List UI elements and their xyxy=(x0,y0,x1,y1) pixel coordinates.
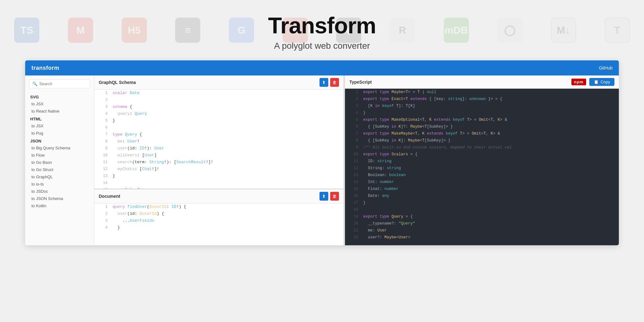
sidebar-item-html-jsx[interactable]: to JSX xyxy=(25,122,94,130)
ts-code-line: 15 Float: number xyxy=(345,186,619,192)
graphql-panel: GraphQL Schema ⬆ 🗑 1scalar Date 2 3schem… xyxy=(94,75,343,189)
npm-badge: npm xyxy=(571,79,586,85)
document-delete-btn[interactable]: 🗑 xyxy=(330,192,339,201)
app-container: transform GitHub 🔍 SVG to JSX to React N… xyxy=(25,60,619,245)
middle-column: GraphQL Schema ⬆ 🗑 1scalar Date 2 3schem… xyxy=(94,75,344,245)
ts-code-line: 17} xyxy=(345,199,619,206)
code-line: 7type Query { xyxy=(94,131,343,138)
graphql-panel-title: GraphQL Schema xyxy=(99,80,136,85)
ts-code-line: 10export type Scalars = { xyxy=(345,151,619,158)
graphql-code-area: 1scalar Date 2 3schema { 4 query: Query … xyxy=(94,90,343,189)
typescript-code-area: 1export type Maybe<T> = T | null 2export… xyxy=(345,89,619,245)
document-code-area: 1query findUser($userId: ID!) { 2 user(i… xyxy=(94,203,343,245)
document-panel: Document ⬆ 🗑 1query findUser($userId: ID… xyxy=(94,189,343,245)
sidebar-item-json-kotlin[interactable]: to Kotlin xyxy=(25,202,94,209)
code-line: 11 search(term: String!): [SearchResult!… xyxy=(94,159,343,166)
ts-code-line: 14 Int: number xyxy=(345,179,619,186)
sidebar: 🔍 SVG to JSX to React Native HTML to JSX… xyxy=(25,75,94,245)
ts-code-line: 21 me: User xyxy=(345,227,619,234)
ts-code-line: 11 ID: string xyxy=(345,158,619,165)
document-upload-btn[interactable]: ⬆ xyxy=(319,192,328,201)
sidebar-group-label-html: HTML xyxy=(25,115,94,122)
hero-section: TS M H5 ≡ G A ◈ R mDB ◯ M↓ T Transform A… xyxy=(0,0,644,60)
code-line: 1scalar Date xyxy=(94,90,343,97)
ts-code-line: 1export type Maybe<T> = T | null xyxy=(345,89,619,96)
github-link[interactable]: GitHub xyxy=(599,65,613,70)
sidebar-item-html-pug[interactable]: to Pug xyxy=(25,130,94,137)
code-line: 14 xyxy=(94,180,343,186)
code-line: 8 me: User! xyxy=(94,138,343,145)
ts-code-line: 4} xyxy=(345,109,619,116)
search-input[interactable] xyxy=(39,81,87,86)
typescript-panel-actions: npm 📋 Copy xyxy=(571,78,614,86)
sidebar-group-svg: SVG to JSX to React Native xyxy=(25,93,94,115)
code-line: 15enum Role { xyxy=(94,186,343,189)
code-line: 2 xyxy=(94,97,343,103)
typescript-panel-header: TypeScript npm 📋 Copy xyxy=(345,75,619,89)
code-line: 2 user(id: $userId) { xyxy=(94,210,343,217)
hero-subtitle: A polyglot web converter xyxy=(0,41,644,51)
sidebar-item-json-bigquery[interactable]: to Big Query Schema xyxy=(25,144,94,152)
ts-code-line: 2export type Exact<T extends { [key: str… xyxy=(345,96,619,103)
copy-button[interactable]: 📋 Copy xyxy=(589,78,614,86)
code-line: 3 ...UserFields xyxy=(94,217,343,224)
copy-label: Copy xyxy=(601,80,610,84)
typescript-panel-title: TypeScript xyxy=(349,80,372,85)
sidebar-item-json-jsdoc[interactable]: to JSDoc xyxy=(25,188,94,195)
nav-brand: transform xyxy=(31,65,59,71)
graphql-upload-btn[interactable]: ⬆ xyxy=(319,78,328,87)
code-line: 10 allUsers: [User] xyxy=(94,152,343,159)
code-line: 5} xyxy=(94,117,343,124)
document-panel-actions: ⬆ 🗑 xyxy=(319,192,339,201)
search-icon: 🔍 xyxy=(32,81,37,86)
sidebar-item-json-gostruct[interactable]: to Go Struct xyxy=(25,166,94,173)
ts-code-line: 3 [K in keyof T]: T[K] xyxy=(345,103,619,109)
ts-code-line: 18 xyxy=(345,206,619,213)
code-line: 9 user(id: ID!): User xyxy=(94,145,343,152)
code-line: 3schema { xyxy=(94,103,343,110)
sidebar-item-json-graphql[interactable]: to GraphQL xyxy=(25,173,94,180)
code-line: 12 myChats: [Chat!]! xyxy=(94,166,343,173)
ts-code-line: 7export type MakeMaybe<T, K extends keyo… xyxy=(345,130,619,137)
typescript-panel: TypeScript npm 📋 Copy 1export type Maybe… xyxy=(345,75,619,245)
sidebar-item-svg-react-native[interactable]: to React Native xyxy=(25,108,94,115)
top-nav: transform GitHub xyxy=(25,60,619,75)
ts-code-line: 13 Boolean: boolean xyxy=(345,172,619,179)
ts-code-line: 9/** All built-in and custom scalars, ma… xyxy=(345,144,619,151)
sidebar-item-json-jsonschema[interactable]: to JSON Schema xyxy=(25,195,94,202)
document-panel-title: Document xyxy=(99,194,120,199)
hero-title: Transform xyxy=(0,13,644,38)
code-line: 1query findUser($userId: ID!) { xyxy=(94,203,343,210)
ts-code-line: 12 String: string xyxy=(345,165,619,172)
sidebar-item-json-gobson[interactable]: to Go Bson xyxy=(25,159,94,166)
graphql-panel-header: GraphQL Schema ⬆ 🗑 xyxy=(94,75,343,90)
ts-code-line: 19export type Query = { xyxy=(345,213,619,220)
code-line: 4 } xyxy=(94,224,343,231)
ts-code-line: 20 __typename?: "Query" xyxy=(345,220,619,227)
search-box[interactable]: 🔍 xyxy=(29,79,90,88)
ts-code-line: 22 user?: Maybe<User> xyxy=(345,234,619,241)
code-line: 4 query: Query xyxy=(94,110,343,117)
sidebar-item-json-iots[interactable]: to io-ts xyxy=(25,180,94,188)
sidebar-group-label-svg: SVG xyxy=(25,93,94,100)
sidebar-group-json: JSON to Big Query Schema to Flow to Go B… xyxy=(25,137,94,209)
graphql-panel-actions: ⬆ 🗑 xyxy=(319,78,339,87)
sidebar-group-label-json: JSON xyxy=(25,137,94,144)
main-layout: 🔍 SVG to JSX to React Native HTML to JSX… xyxy=(25,75,619,245)
code-line: 13} xyxy=(94,173,343,180)
ts-code-line: 16 Date: any xyxy=(345,192,619,199)
ts-code-line: 8 { [SubKey in K]: Maybe<T[SubKey]> } xyxy=(345,137,619,144)
graphql-delete-btn[interactable]: 🗑 xyxy=(330,78,339,87)
code-line: 6 xyxy=(94,124,343,131)
sidebar-item-svg-jsx[interactable]: to JSX xyxy=(25,100,94,108)
sidebar-item-json-flow[interactable]: to Flow xyxy=(25,152,94,159)
sidebar-group-html: HTML to JSX to Pug xyxy=(25,115,94,137)
ts-code-line: 5export type MakeOptional<T, K extends k… xyxy=(345,116,619,123)
ts-code-line: 6 { [SubKey in K]?: Maybe<T[SubKey]> } xyxy=(345,123,619,130)
copy-icon: 📋 xyxy=(594,80,599,84)
document-panel-header: Document ⬆ 🗑 xyxy=(94,189,343,203)
